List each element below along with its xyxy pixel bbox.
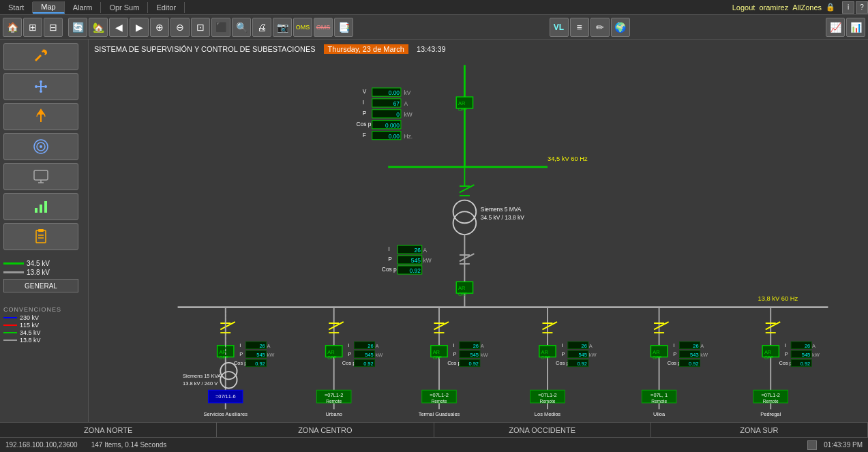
bus-label-138kv: 13,8 kV 60 Hz — [758, 295, 798, 302]
svg-text:0.00: 0.00 — [389, 133, 400, 140]
zone-centro[interactable]: ZONA CENTRO — [217, 423, 434, 437]
tab-opr-sum[interactable]: Opr Sum — [101, 2, 148, 13]
tab-start[interactable]: Start — [0, 2, 33, 13]
svg-text:OFF: OFF — [458, 292, 467, 297]
toolbar-edit-pen[interactable]: ✏ — [590, 18, 610, 37]
svg-text:AR: AR — [764, 349, 772, 355]
toolbar-forward[interactable]: ▶ — [130, 18, 149, 37]
svg-text:A: A — [812, 343, 815, 349]
tab-map[interactable]: Map — [33, 1, 64, 14]
toolbar-print[interactable]: 🖨 — [252, 18, 271, 37]
legend-34kv: 34.5 kV — [3, 260, 85, 267]
status-bar: 192.168.100.100,23600 147 Items, 0.14 Se… — [0, 437, 868, 452]
canvas-header: SISTEMA DE SUPERVISIÓN Y CONTROL DE SUBE… — [89, 40, 868, 59]
status-right: 01:43:39 PM — [807, 440, 863, 450]
toolbar-back[interactable]: ◀ — [109, 18, 128, 37]
status-indicator — [807, 440, 817, 450]
svg-point-6 — [40, 145, 42, 148]
svg-text:Remote: Remote — [651, 399, 667, 404]
toolbar-oms1[interactable]: OMS — [293, 18, 312, 37]
zone-sur[interactable]: ZONA SUR — [651, 423, 868, 437]
sidebar-btn-clipboard[interactable] — [3, 223, 78, 250]
svg-text:OFF: OFF — [541, 355, 550, 360]
toolbar-globe[interactable]: 🌍 — [611, 18, 630, 37]
zone-norte[interactable]: ZONA NORTE — [0, 423, 217, 437]
tab-alarm[interactable]: Alarm — [65, 2, 102, 13]
zone-bar: ZONA NORTE ZONA CENTRO ZONA OCCIDENTE ZO… — [0, 422, 868, 437]
svg-text:A: A — [423, 247, 428, 254]
toolbar-home2[interactable]: 🏡 — [89, 18, 108, 37]
toolbar-oms2[interactable]: OMS — [314, 18, 333, 37]
svg-text:A: A — [700, 343, 704, 349]
svg-text:OFF: OFF — [653, 355, 661, 360]
toolbar-grid2[interactable]: ⊟ — [44, 18, 63, 37]
toolbar-chart-line[interactable]: 📈 — [826, 18, 845, 37]
svg-text:Cos p: Cos p — [342, 360, 356, 366]
general-button[interactable]: GENERAL — [3, 279, 78, 292]
toolbar-table[interactable]: ≡ — [570, 18, 589, 37]
toolbar-zoom-in[interactable]: ⊕ — [150, 18, 169, 37]
sidebar-btn-antenna[interactable] — [3, 103, 78, 130]
diagram-svg: 34,5 kV 60 Hz 13,8 kV 60 Hz AR OFF Sieme… — [89, 59, 868, 422]
svg-text:Los Medios: Los Medios — [535, 411, 560, 417]
svg-text:kW: kW — [589, 352, 597, 358]
svg-text:Ulloa: Ulloa — [653, 411, 665, 417]
conventions: CONVENCIONES 230 kV 115 kV 34.5 kV 13.8 … — [3, 302, 85, 344]
transformer-voltage: 34.5 kV / 13.8 kV — [481, 214, 524, 221]
svg-text:A: A — [589, 343, 593, 349]
logout-button[interactable]: Logout — [732, 3, 755, 12]
sidebar-btn-wrench[interactable] — [3, 43, 78, 70]
svg-text:Remote: Remote — [540, 399, 556, 404]
svg-text:0.92: 0.92 — [255, 361, 265, 367]
svg-text:Cos p: Cos p — [556, 360, 569, 366]
toolbar-fit[interactable]: ⊡ — [191, 18, 210, 37]
conv-label-34kv: 34.5 kV — [20, 329, 41, 336]
sidebar-btn-signal[interactable] — [3, 133, 78, 160]
svg-text:Cos p: Cos p — [356, 121, 371, 127]
svg-text:P: P — [562, 351, 565, 357]
top-bar: Start Map Alarm Opr Sum Editor Logout or… — [0, 0, 868, 15]
svg-text:545: 545 — [470, 352, 478, 358]
sidebar-btn-monitor[interactable] — [3, 163, 78, 190]
svg-text:0.92: 0.92 — [409, 267, 421, 274]
sidebar-btn-connection[interactable] — [3, 73, 78, 100]
toolbar-zoom-out[interactable]: ⊖ — [170, 18, 190, 37]
svg-rect-12 — [38, 229, 44, 232]
svg-point-1 — [40, 80, 42, 83]
svg-text:Cos p: Cos p — [447, 360, 461, 366]
zone-occidente[interactable]: ZONA OCCIDENTE — [434, 423, 651, 437]
toolbar-refresh[interactable]: 🔄 — [68, 18, 87, 37]
svg-text:I: I — [239, 342, 241, 348]
svg-text:=07/11-6: =07/11-6 — [215, 393, 236, 400]
toolbar-vi[interactable]: VL — [550, 18, 569, 37]
time-display: 13:43:39 — [417, 45, 446, 53]
info-button[interactable]: i — [842, 1, 854, 14]
svg-text:26: 26 — [415, 247, 421, 254]
toolbar-home[interactable]: 🏠 — [3, 18, 22, 37]
svg-text:kW: kW — [267, 352, 275, 358]
svg-text:P: P — [388, 256, 392, 262]
canvas: SISTEMA DE SUPERVISIÓN Y CONTROL DE SUBE… — [89, 40, 868, 422]
svg-point-3 — [40, 90, 42, 93]
svg-text:Cos p: Cos p — [382, 266, 397, 273]
svg-text:=07L1-2: =07L1-2 — [538, 392, 557, 398]
svg-text:Cos p: Cos p — [668, 360, 681, 366]
date-display: Thursday, 23 de March — [324, 44, 408, 54]
toolbar-chart-bar[interactable]: 📊 — [846, 18, 865, 37]
help-button[interactable]: ? — [856, 1, 868, 14]
sidebar-btn-chart[interactable] — [3, 193, 78, 220]
svg-text:I: I — [363, 99, 364, 106]
conv-label-115kv: 115 kV — [20, 322, 39, 329]
toolbar-zoom-area[interactable]: 🔍 — [232, 18, 251, 37]
tab-editor[interactable]: Editor — [148, 2, 185, 13]
toolbar-grid1[interactable]: ⊞ — [23, 18, 42, 37]
toolbar-select[interactable]: ⬛ — [211, 18, 230, 37]
svg-text:AR: AR — [458, 100, 466, 106]
svg-text:26: 26 — [582, 343, 587, 349]
svg-text:Cos p: Cos p — [779, 360, 792, 366]
toolbar-layers[interactable]: 📑 — [334, 18, 353, 37]
svg-text:545: 545 — [411, 257, 421, 264]
svg-text:0.92: 0.92 — [577, 361, 587, 367]
toolbar-screenshot[interactable]: 📷 — [273, 18, 292, 37]
svg-text:P: P — [785, 351, 788, 357]
